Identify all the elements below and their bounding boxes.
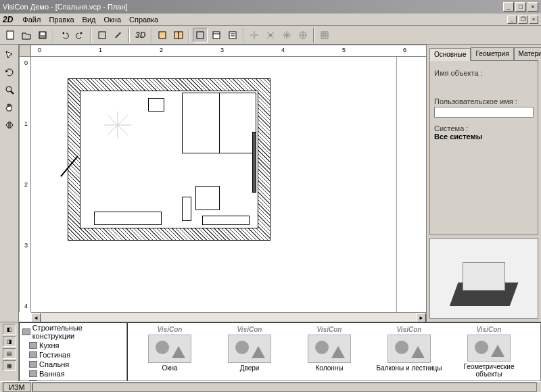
- status-bar: ИЗМ: [0, 381, 541, 392]
- ruler-tick: 1: [24, 120, 28, 127]
- catalog-tree[interactable]: Строительные конструкции Кухня Гостиная …: [19, 322, 127, 381]
- lib-btn1-icon[interactable]: ◧: [3, 324, 16, 335]
- select-tool-icon[interactable]: [2, 47, 17, 62]
- layers-icon[interactable]: [95, 28, 110, 43]
- ruler-tick: 3: [220, 47, 224, 53]
- furniture-shelf[interactable]: [202, 216, 250, 225]
- open-file-icon[interactable]: [19, 28, 34, 43]
- menu-edit[interactable]: Правка: [45, 14, 78, 25]
- svg-point-13: [253, 34, 256, 36]
- lib-btn4-icon[interactable]: ▦: [3, 360, 16, 371]
- horizontal-scrollbar[interactable]: ◄ ►: [31, 312, 426, 322]
- zoom-tool-icon[interactable]: [2, 82, 17, 97]
- lib-btn2-icon[interactable]: ◨: [3, 336, 16, 347]
- toolbar-separator: [91, 28, 92, 43]
- menu-help[interactable]: Справка: [125, 14, 162, 25]
- object-name-label: Имя объекта :: [434, 69, 534, 77]
- brand-label: VisiCon: [477, 326, 502, 333]
- snap2-icon[interactable]: [263, 28, 278, 43]
- furniture-wardrobe[interactable]: [252, 132, 256, 193]
- tab-main[interactable]: Основные: [429, 48, 471, 61]
- maximize-button[interactable]: □: [515, 2, 526, 11]
- svg-rect-1: [39, 32, 46, 39]
- folder-icon: [29, 361, 37, 368]
- brand-label: VisiCon: [397, 326, 422, 333]
- brand-label: VisiCon: [237, 326, 262, 333]
- snap4-icon[interactable]: [296, 28, 310, 43]
- svg-rect-2: [41, 32, 45, 35]
- toolbar-separator: [189, 28, 190, 43]
- mdi-minimize-button[interactable]: _: [507, 16, 517, 24]
- catalog-item-doors[interactable]: VisiConДвери: [213, 326, 286, 378]
- catalog-item-windows[interactable]: VisiConОкна: [133, 326, 206, 378]
- tree-item[interactable]: Кабинет: [20, 378, 126, 381]
- window-controls: _ □ ×: [503, 2, 538, 11]
- levels-icon[interactable]: [111, 28, 126, 43]
- redo-icon[interactable]: [73, 28, 88, 43]
- close-button[interactable]: ×: [527, 2, 538, 11]
- view1-icon[interactable]: [155, 28, 170, 43]
- ruler-tick: 0: [24, 59, 28, 66]
- ruler-tick: 4: [281, 47, 285, 53]
- catalog-item-geometric[interactable]: VisiConГеометрические объекты: [452, 326, 525, 378]
- minimize-button[interactable]: _: [503, 2, 514, 11]
- bottom-panel: ◧ ◨ ▤ ▦ Строительные конструкции Кухня Г…: [0, 322, 541, 381]
- vertical-ruler[interactable]: 0 1 2 3 4: [19, 57, 31, 312]
- rotate-tool-icon[interactable]: [2, 65, 17, 80]
- svg-point-16: [6, 87, 11, 92]
- mdi-close-button[interactable]: ×: [529, 16, 538, 24]
- new-file-icon[interactable]: [3, 28, 18, 43]
- folder-icon: [29, 351, 37, 358]
- menu-file[interactable]: Файл: [18, 14, 45, 25]
- floor-plan[interactable]: [68, 78, 270, 241]
- scroll-track[interactable]: [41, 313, 417, 322]
- tree-label: Ванная: [39, 370, 65, 378]
- lib-btn3-icon[interactable]: ▤: [3, 348, 16, 359]
- view2-icon[interactable]: [171, 28, 186, 43]
- grid-icon[interactable]: [317, 28, 332, 43]
- menu-view[interactable]: Вид: [78, 14, 100, 25]
- furniture-nightstand[interactable]: [148, 98, 164, 112]
- 3d-preview[interactable]: [429, 238, 538, 319]
- svg-rect-0: [7, 31, 14, 39]
- ruler-tick: 0: [38, 47, 41, 53]
- furniture-chair[interactable]: [195, 186, 220, 210]
- user-name-input[interactable]: [434, 107, 534, 118]
- tree-item[interactable]: Ванная: [20, 369, 126, 378]
- system-label: Система :: [434, 124, 534, 132]
- catalog-item-balconies[interactable]: VisiConБалконы и лестницы: [373, 326, 446, 378]
- tab-geometry[interactable]: Геометрия: [471, 47, 513, 60]
- pan-tool-icon[interactable]: [2, 100, 17, 115]
- snap3-icon[interactable]: [279, 28, 294, 43]
- horizontal-ruler[interactable]: 0 1 2 3 4 5 6: [31, 45, 426, 57]
- tree-root[interactable]: Строительные конструкции: [20, 323, 126, 341]
- left-toolbar: [0, 45, 19, 322]
- tree-item[interactable]: Гостиная: [20, 350, 126, 360]
- tab-materials[interactable]: Материалы: [514, 47, 541, 60]
- mirror-tool-icon[interactable]: [2, 118, 17, 132]
- mdi-restore-button[interactable]: ❐: [518, 16, 527, 24]
- props-icon[interactable]: [225, 28, 240, 43]
- ruler-tick: 1: [99, 47, 102, 53]
- grid-display-icon[interactable]: [193, 28, 208, 43]
- save-file-icon[interactable]: [35, 28, 50, 43]
- furniture-item[interactable]: [182, 197, 191, 221]
- mode-2d-indicator[interactable]: 2D: [3, 15, 13, 24]
- scroll-right-button[interactable]: ►: [417, 313, 426, 322]
- scroll-left-button[interactable]: ◄: [31, 313, 41, 322]
- thumb-icon: [148, 335, 191, 363]
- svg-line-18: [108, 115, 118, 125]
- mode-3d-button[interactable]: 3D: [133, 30, 148, 40]
- toolbar-separator: [53, 28, 54, 43]
- snap1-icon[interactable]: [247, 28, 262, 43]
- furniture-bed[interactable]: [182, 93, 256, 153]
- furniture-dresser[interactable]: [94, 212, 162, 225]
- undo-icon[interactable]: [57, 28, 72, 43]
- catalog-item-columns[interactable]: VisiConКолонны: [293, 326, 366, 378]
- menu-windows[interactable]: Окна: [99, 14, 125, 25]
- folder-icon: [29, 380, 37, 381]
- canvas[interactable]: [31, 57, 426, 312]
- tree-item[interactable]: Кухня: [20, 341, 126, 350]
- calendar-icon[interactable]: [209, 28, 224, 43]
- tree-item[interactable]: Спальня: [20, 360, 126, 369]
